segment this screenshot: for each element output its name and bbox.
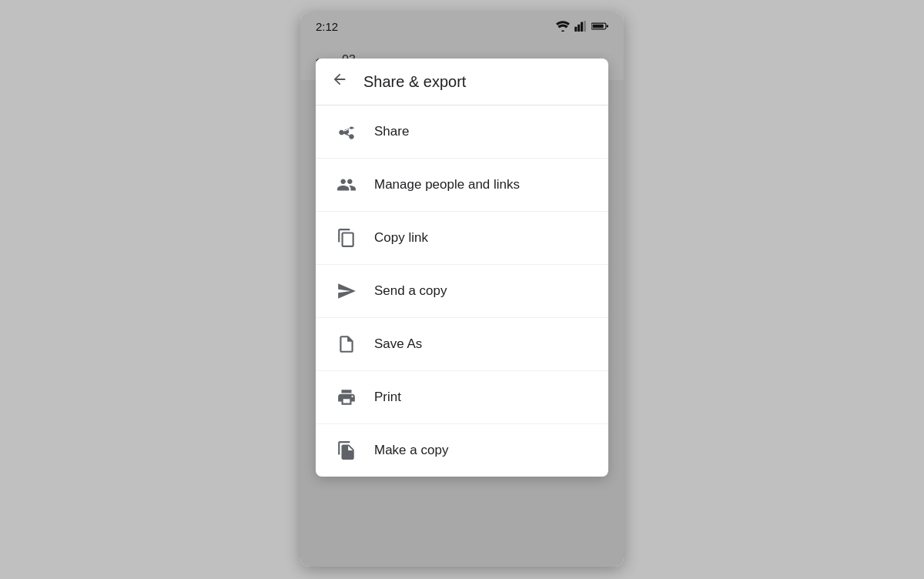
menu-item-save-as[interactable]: Save As xyxy=(316,318,608,371)
menu-item-copy-link[interactable]: Copy link xyxy=(316,212,608,265)
save-as-label: Save As xyxy=(374,336,422,352)
copy-link-label: Copy link xyxy=(374,230,428,246)
make-copy-label: Make a copy xyxy=(374,443,448,458)
manage-people-icon xyxy=(331,169,362,200)
send-copy-icon xyxy=(331,276,362,306)
make-copy-icon xyxy=(331,435,362,466)
menu-panel: Share & export Share Manage people and l… xyxy=(316,59,608,477)
manage-people-label: Manage people and links xyxy=(374,177,520,192)
share-icon xyxy=(331,116,362,147)
menu-title: Share & export xyxy=(363,73,466,91)
menu-item-manage-people[interactable]: Manage people and links xyxy=(316,159,608,212)
copy-link-icon xyxy=(331,223,362,253)
menu-back-button[interactable] xyxy=(331,71,348,92)
menu-header: Share & export xyxy=(316,59,608,105)
share-label: Share xyxy=(374,124,409,139)
menu-item-make-copy[interactable]: Make a copy xyxy=(316,424,608,477)
menu-item-send-copy[interactable]: Send a copy xyxy=(316,265,608,318)
print-label: Print xyxy=(374,390,401,405)
menu-item-print[interactable]: Print xyxy=(316,371,608,424)
print-icon xyxy=(331,382,362,413)
phone-container: 2:12 ← 03- I don't xyxy=(300,12,624,567)
save-as-icon xyxy=(331,329,362,360)
send-copy-label: Send a copy xyxy=(374,283,447,299)
menu-item-share[interactable]: Share xyxy=(316,105,608,159)
